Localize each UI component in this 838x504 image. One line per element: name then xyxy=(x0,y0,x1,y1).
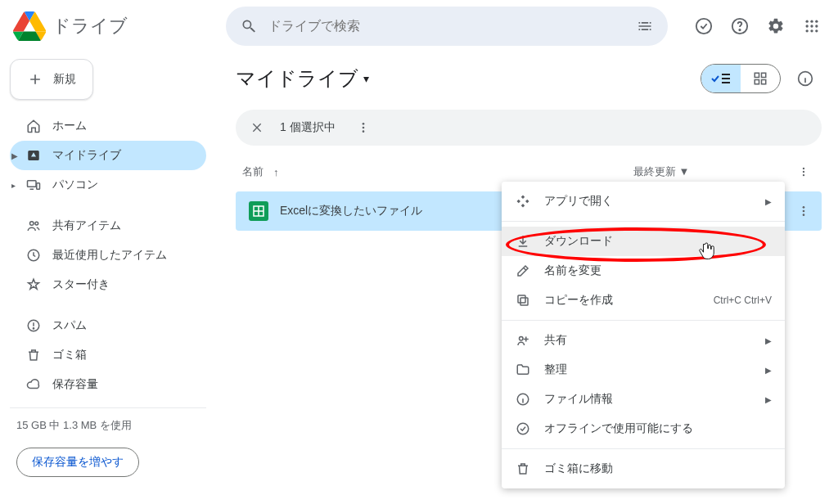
svg-point-14 xyxy=(30,222,34,226)
ctx-download[interactable]: ダウンロード xyxy=(502,227,785,256)
sidebar-item-label: スパム xyxy=(52,318,87,333)
grid-view-button[interactable] xyxy=(741,65,780,92)
hand-cursor-icon xyxy=(697,239,717,262)
share-icon xyxy=(515,333,531,348)
header-actions xyxy=(687,10,828,43)
svg-point-5 xyxy=(815,20,818,23)
ctx-separator xyxy=(502,448,785,449)
svg-point-10 xyxy=(810,29,813,32)
sidebar-item-trash[interactable]: ゴミ箱 xyxy=(10,340,206,370)
sidebar-item-computers[interactable]: ▸ パソコン xyxy=(10,170,206,200)
sidebar-item-label: マイドライブ xyxy=(52,148,121,163)
sidebar-item-spam[interactable]: スパム xyxy=(10,311,206,340)
sidebar-item-label: ゴミ箱 xyxy=(52,348,87,362)
settings-icon[interactable] xyxy=(759,10,792,43)
svg-rect-21 xyxy=(755,80,759,84)
ctx-organize[interactable]: 整理 ▶ xyxy=(502,355,785,385)
svg-rect-20 xyxy=(762,73,766,77)
svg-point-3 xyxy=(806,20,809,23)
folder-icon xyxy=(515,362,531,377)
svg-rect-36 xyxy=(518,295,525,303)
svg-point-26 xyxy=(362,130,364,133)
ctx-share[interactable]: 共有 ▶ xyxy=(502,326,785,355)
help-icon[interactable] xyxy=(723,10,756,43)
svg-rect-12 xyxy=(28,181,37,187)
svg-point-25 xyxy=(362,127,364,129)
buy-storage-button[interactable]: 保存容量を増やす xyxy=(16,448,139,477)
search-bar[interactable] xyxy=(226,7,668,46)
file-more-button[interactable] xyxy=(791,198,817,224)
sidebar-item-label: 保存容量 xyxy=(52,377,98,392)
svg-rect-19 xyxy=(755,73,759,77)
ready-offline-icon[interactable] xyxy=(687,10,720,43)
ctx-copy[interactable]: コピーを作成 Ctrl+C Ctrl+V xyxy=(502,286,785,315)
svg-point-34 xyxy=(803,214,805,216)
column-name[interactable]: 名前 xyxy=(242,164,264,179)
view-controls xyxy=(701,62,822,95)
svg-rect-13 xyxy=(37,183,40,190)
selection-more-button[interactable] xyxy=(350,115,376,141)
sidebar-item-shared[interactable]: 共有アイテム xyxy=(10,211,206,241)
selection-bar: 1 個選択中 xyxy=(236,110,822,146)
svg-point-28 xyxy=(803,171,804,173)
search-input[interactable] xyxy=(265,19,628,34)
app-header: ドライブ xyxy=(0,0,838,52)
svg-point-39 xyxy=(517,423,529,434)
svg-point-29 xyxy=(803,174,804,176)
ctx-file-info[interactable]: ファイル情報 ▶ xyxy=(502,385,785,414)
sort-asc-icon[interactable]: ↑ xyxy=(273,166,279,178)
ctx-rename[interactable]: 名前を変更 xyxy=(502,256,785,286)
svg-point-8 xyxy=(815,25,818,27)
svg-point-37 xyxy=(520,337,524,341)
sidebar-item-home[interactable]: ホーム xyxy=(10,111,206,141)
column-options-icon[interactable] xyxy=(792,160,815,183)
list-view-button[interactable] xyxy=(701,65,741,92)
copy-icon xyxy=(515,293,531,308)
svg-rect-22 xyxy=(762,80,766,84)
svg-point-33 xyxy=(803,210,805,213)
ctx-label: ファイル情報 xyxy=(544,392,613,407)
svg-point-11 xyxy=(815,29,818,32)
ctx-label: 名前を変更 xyxy=(544,263,601,278)
file-name: Excelに変換したいファイル xyxy=(280,204,422,218)
logo-block[interactable]: ドライブ xyxy=(10,10,216,43)
ctx-open-with[interactable]: アプリで開く ▶ xyxy=(502,187,785,216)
ctx-shortcut: Ctrl+C Ctrl+V xyxy=(714,295,772,306)
drive-folder-icon xyxy=(26,148,41,163)
sheets-file-icon xyxy=(249,201,268,221)
sidebar: 新規 ホーム ▶ マイドライブ ▸ パソコン 共有アイテム 最近使用したアイテム… xyxy=(0,52,216,504)
offline-icon xyxy=(515,421,531,436)
storage-usage-text: 15 GB 中 1.3 MB を使用 xyxy=(10,418,206,433)
sidebar-item-starred[interactable]: スター付き xyxy=(10,270,206,299)
sidebar-item-mydrive[interactable]: ▶ マイドライブ xyxy=(10,141,206,170)
svg-point-18 xyxy=(33,328,34,329)
open-with-icon xyxy=(515,194,531,209)
sidebar-item-storage[interactable]: 保存容量 xyxy=(10,370,206,399)
location-title-button[interactable]: マイドライブ ▾ xyxy=(236,65,369,92)
info-icon xyxy=(515,392,531,407)
sidebar-item-recent[interactable]: 最近使用したアイテム xyxy=(10,241,206,270)
column-modified[interactable]: 最終更新 ▼ xyxy=(633,164,777,179)
location-title: マイドライブ xyxy=(236,65,358,92)
ctx-trash[interactable]: ゴミ箱に移動 xyxy=(502,454,785,484)
product-name: ドライブ xyxy=(52,14,128,38)
ctx-offline[interactable]: オフラインで使用可能にする xyxy=(502,414,785,443)
ctx-label: 共有 xyxy=(544,333,567,348)
apps-grid-icon[interactable] xyxy=(795,10,828,43)
view-details-icon[interactable] xyxy=(789,62,822,95)
chevron-down-icon: ▾ xyxy=(363,72,369,85)
home-icon xyxy=(26,119,41,133)
spam-icon xyxy=(26,318,41,333)
svg-point-7 xyxy=(810,25,813,27)
clear-selection-button[interactable] xyxy=(244,115,270,141)
search-options-icon[interactable] xyxy=(628,10,661,43)
svg-point-27 xyxy=(803,168,804,169)
new-button[interactable]: 新規 xyxy=(10,59,93,100)
sidebar-item-label: 最近使用したアイテム xyxy=(52,248,167,263)
sidebar-item-label: パソコン xyxy=(52,178,98,192)
svg-point-0 xyxy=(696,19,711,34)
ctx-label: オフラインで使用可能にする xyxy=(544,421,693,436)
download-icon xyxy=(515,234,531,249)
svg-point-4 xyxy=(810,20,813,23)
search-icon[interactable] xyxy=(232,10,265,43)
